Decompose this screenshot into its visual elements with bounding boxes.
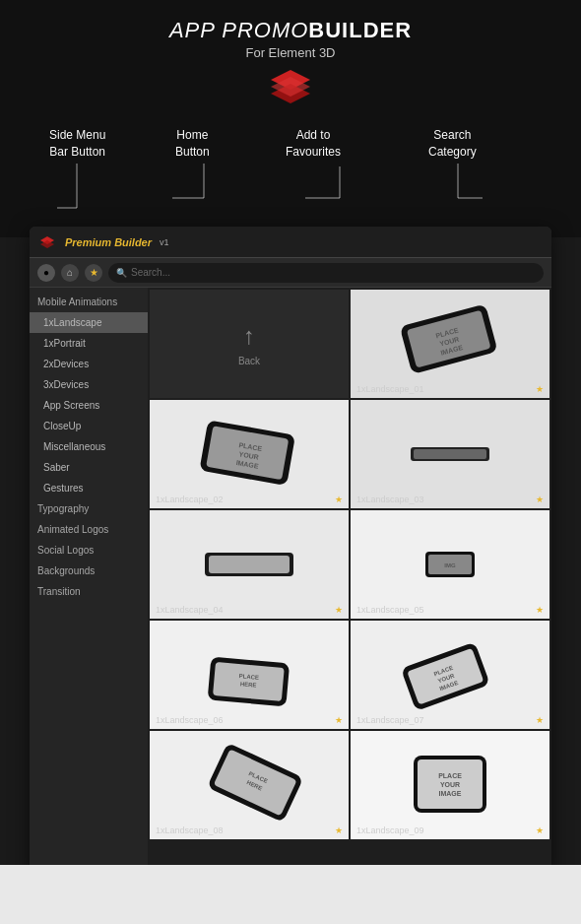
back-arrow-icon: ↑ bbox=[243, 322, 255, 350]
app-body: Mobile Animations 1xLandscape 1xPortrait… bbox=[30, 288, 551, 877]
label-home-button: HomeButton bbox=[175, 127, 210, 161]
sidebar-item-closeup[interactable]: CloseUp bbox=[30, 416, 148, 436]
svg-text:YOUR: YOUR bbox=[440, 781, 460, 788]
grid-label-9: 1xLandscape_09 bbox=[356, 825, 424, 835]
sidebar-item-1xlandscape[interactable]: 1xLandscape bbox=[30, 312, 148, 333]
close-button[interactable]: ● bbox=[37, 264, 55, 282]
grid-item-4[interactable]: 1xLandscape_04 ★ bbox=[150, 510, 349, 619]
grid-star-2[interactable]: ★ bbox=[335, 495, 343, 504]
sidebar-item-2xdevices[interactable]: 2xDevices bbox=[30, 354, 148, 374]
grid-label-5: 1xLandscape_05 bbox=[356, 605, 424, 615]
sidebar-item-3xdevices[interactable]: 3xDevices bbox=[30, 374, 148, 395]
mockup-5: IMG bbox=[351, 510, 549, 619]
label-side-menu: Side MenuBar Button bbox=[49, 127, 105, 161]
svg-rect-24 bbox=[414, 449, 486, 459]
grid-label-4: 1xLandscape_04 bbox=[156, 605, 224, 615]
search-placeholder: Search... bbox=[131, 267, 170, 278]
mockup-9: PLACE YOUR IMAGE bbox=[351, 731, 549, 839]
svg-text:IMAGE: IMAGE bbox=[439, 790, 462, 797]
grid-item-9[interactable]: PLACE YOUR IMAGE 1xLandscape_09 ★ bbox=[351, 731, 549, 839]
sidebar-item-social-logos[interactable]: Social Logos bbox=[30, 540, 148, 561]
svg-rect-26 bbox=[209, 556, 290, 573]
search-icon: 🔍 bbox=[116, 268, 127, 278]
sidebar-item-backgrounds[interactable]: Backgrounds bbox=[30, 561, 148, 581]
grid-star-1[interactable]: ★ bbox=[536, 384, 544, 394]
annotation-area: Side MenuBar Button HomeButton Add toFav… bbox=[0, 119, 581, 237]
sidebar-item-saber[interactable]: Saber bbox=[30, 457, 148, 478]
sidebar-item-miscellaneous[interactable]: Miscellaneous bbox=[30, 436, 148, 457]
mockup-2: PLACE YOUR IMAGE bbox=[150, 400, 349, 508]
sidebar-item-typography[interactable]: Typography bbox=[30, 498, 148, 519]
grid-item-2[interactable]: PLACE YOUR IMAGE 1xLandscape_02 ★ bbox=[150, 400, 349, 508]
grid-star-4[interactable]: ★ bbox=[335, 605, 343, 615]
mockup-3 bbox=[351, 400, 549, 508]
grid-star-7[interactable]: ★ bbox=[536, 715, 544, 725]
grid-star-6[interactable]: ★ bbox=[335, 715, 343, 725]
grid-item-back[interactable]: ↑ Back bbox=[150, 290, 349, 398]
title-builder: BUILDER bbox=[308, 18, 412, 42]
sidebar-item-mobile-animations[interactable]: Mobile Animations bbox=[30, 292, 148, 312]
grid-label-6: 1xLandscape_06 bbox=[156, 715, 224, 725]
grid-label-3: 1xLandscape_03 bbox=[356, 495, 424, 504]
grid-star-3[interactable]: ★ bbox=[536, 495, 544, 504]
home-button[interactable]: ⌂ bbox=[61, 264, 79, 282]
grid-item-1[interactable]: PLACE YOUR IMAGE 1xLandscape_01 ★ bbox=[351, 290, 549, 398]
mockup-4 bbox=[150, 510, 349, 619]
header: APP PROMOBUILDER For Element 3D bbox=[0, 0, 581, 119]
grid-item-8[interactable]: PLACE HERE 1xLandscape_08 ★ bbox=[150, 731, 349, 839]
app-window-version: v1 bbox=[160, 237, 169, 247]
svg-text:IMG: IMG bbox=[444, 562, 456, 568]
grid-star-8[interactable]: ★ bbox=[335, 825, 343, 835]
app-window-title: Premium Builder bbox=[65, 236, 152, 248]
main-grid: ↑ Back PLACE YOUR IMAGE bbox=[148, 288, 551, 877]
grid-label-1: 1xLandscape_01 bbox=[356, 384, 424, 394]
label-add-favourites: Add toFavourites bbox=[286, 127, 341, 161]
app-titlebar: Premium Builder v1 bbox=[30, 227, 551, 258]
app-toolbar: ● ⌂ ★ 🔍 Search... bbox=[30, 258, 551, 288]
mockup-6: PLACE HERE bbox=[150, 621, 349, 729]
back-label: Back bbox=[238, 356, 260, 366]
grid-label-2: 1xLandscape_02 bbox=[156, 495, 224, 504]
app-logo bbox=[269, 68, 312, 103]
mockup-7: PLACE YOUR IMAGE bbox=[351, 621, 549, 729]
sidebar-item-gestures[interactable]: Gestures bbox=[30, 478, 148, 498]
sidebar-item-transition[interactable]: Transition bbox=[30, 581, 148, 602]
search-bar[interactable]: 🔍 Search... bbox=[108, 263, 544, 283]
mockup-1: PLACE YOUR IMAGE bbox=[351, 290, 549, 398]
sidebar-item-1xportrait[interactable]: 1xPortrait bbox=[30, 333, 148, 354]
app-window: Premium Builder v1 ● ⌂ ★ 🔍 Search... Mob… bbox=[30, 227, 551, 877]
grid-label-7: 1xLandscape_07 bbox=[356, 715, 424, 725]
sidebar-item-animated-logos[interactable]: Animated Logos bbox=[30, 519, 148, 540]
sidebar: Mobile Animations 1xLandscape 1xPortrait… bbox=[30, 288, 148, 877]
star-button[interactable]: ★ bbox=[85, 264, 102, 282]
sidebar-item-app-screens[interactable]: App Screens bbox=[30, 395, 148, 416]
svg-text:PLACE: PLACE bbox=[438, 772, 462, 779]
grid-item-6[interactable]: PLACE HERE 1xLandscape_06 ★ bbox=[150, 621, 349, 729]
grid-star-9[interactable]: ★ bbox=[536, 825, 544, 835]
app-title: APP PROMOBUILDER bbox=[0, 18, 581, 43]
grid-star-5[interactable]: ★ bbox=[536, 605, 544, 615]
bottom-section bbox=[0, 865, 581, 924]
grid-item-7[interactable]: PLACE YOUR IMAGE 1xLandscape_07 ★ bbox=[351, 621, 549, 729]
grid-item-5[interactable]: IMG 1xLandscape_05 ★ bbox=[351, 510, 549, 619]
grid-item-3[interactable]: 1xLandscape_03 ★ bbox=[351, 400, 549, 508]
mockup-8: PLACE HERE bbox=[150, 731, 349, 839]
grid-label-8: 1xLandscape_08 bbox=[156, 825, 224, 835]
app-subtitle: For Element 3D bbox=[0, 45, 581, 60]
label-search-category: SearchCategory bbox=[428, 127, 477, 161]
back-container: ↑ Back bbox=[150, 290, 349, 398]
title-promo: APP PROMO bbox=[169, 18, 308, 42]
